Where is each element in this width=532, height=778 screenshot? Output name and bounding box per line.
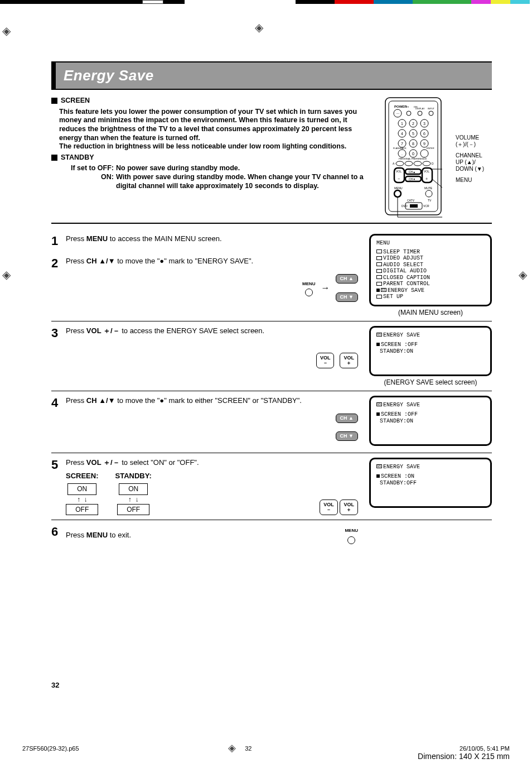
square-bullet-icon [51,98,57,104]
svg-text:MUTE: MUTE [424,186,433,190]
section-title-band: Energy Save [51,61,492,90]
svg-text:⋯: ⋯ [396,112,399,115]
footer-date: 26/10/05, 5:41 PM [418,745,510,752]
svg-text:4: 4 [401,132,403,136]
screen-heading: SCREEN [61,97,90,104]
off-state: OFF [117,504,149,516]
osd-caption: (ENERGY SAVE select screen) [369,378,492,386]
footer-dimension: Dimension: 140 X 215 mm [418,752,510,761]
registration-mark-left: ◈ [2,24,13,35]
svg-text:DISPLAY: DISPLAY [415,107,425,110]
svg-text:−: − [398,177,400,181]
registration-mark-icon: ◈ [228,742,236,754]
ch-up-button: CH ▲ [336,414,358,423]
screen-description: This feature lets you lower the power co… [59,108,375,151]
page-number: 32 [51,681,59,689]
menu-label: MENU [302,281,316,286]
updown-arrows-icon: ↑ ↓ [66,495,99,504]
remote-menu-label: MENU [456,177,484,184]
svg-text:VOL: VOL [396,170,402,173]
svg-text:0: 0 [412,152,414,156]
svg-text:9: 9 [423,142,425,146]
vol-plus-button: VOL ＋ [340,353,358,368]
step-text: to access the ENERGY SAVE select screen. [120,326,265,335]
step-text: Press [66,458,86,467]
vol-plus-button: VOL ＋ [340,500,358,515]
footer-page: 32 [245,745,252,752]
standby-off-body: No power save during standby mode. [116,164,375,173]
screen-col-label: SCREEN: [66,471,99,481]
standby-off-label: If set to OFF: [59,164,114,173]
updown-arrows-icon: ↑ ↓ [115,495,152,504]
on-state: ON [119,483,148,495]
menu-label: MENU [345,528,358,533]
osd-header: ENERGY SAVE [383,464,420,470]
registration-mark-right: ◈ [519,268,530,279]
footer: 27SF560(29-32).p65 ◈32 26/10/05, 5:41 PM… [22,745,510,761]
step-text: Press [66,234,86,243]
step-text: MENU [86,531,108,539]
step-text: VOL ＋/－ [86,326,120,335]
step-number: 5 [51,458,61,516]
step-number: 4 [51,396,61,441]
svg-text:TV: TV [406,105,409,108]
svg-text:TV: TV [428,199,432,202]
svg-text:DVD: DVD [402,204,408,208]
svg-text:8: 8 [412,142,414,146]
svg-text:CH▼: CH▼ [409,177,415,181]
arrow-icon: → [321,282,330,294]
remote-diagram: POWER ⋯ TV DIS DISPLAY INPUT 1 2 3 4 5 6 [383,95,456,218]
section-title: Energy Save [64,67,484,84]
step-number: 2 [51,256,61,302]
square-bullet-icon [51,155,57,161]
step-text: Press [66,326,86,335]
standby-heading: STANDBY [61,153,94,161]
osd-header: ENERGY SAVE [383,332,420,338]
on-state: ON [67,483,96,495]
osd-header: MENU [376,240,485,247]
standby-on-label: ON: [59,173,114,190]
osd-caption: (MAIN MENU screen) [369,309,492,316]
ch-down-button: CH ▼ [336,292,358,302]
off-state: OFF [66,504,98,516]
vol-minus-button: VOL － [320,500,338,515]
svg-text:FLASHBACK: FLASHBACK [393,147,407,150]
svg-rect-67 [410,204,418,208]
standby-col-label: STANDBY: [115,471,152,481]
svg-text:ENTER: ENTER [427,147,434,150]
step-text: Press [66,257,86,265]
step-text: CH ▲/▼ [86,396,115,405]
step-text: to move the "●" mark to either "SCREEN" … [115,396,302,405]
svg-rect-0 [385,98,441,215]
step-text: MENU [86,234,108,243]
step-text: to select "ON" or "OFF". [120,458,199,467]
step-number: 3 [51,326,61,368]
vol-minus-button: VOL － [316,353,335,368]
energy-save-osd: ESENERGY SAVE SCREEN :ON STANDBY:OFF [369,458,492,508]
step-text: VOL ＋/－ [86,458,120,467]
svg-text:7: 7 [401,142,403,146]
main-menu-osd: MENU SLEEP TIMER VIDEO ADJUST AUDIO SELE… [369,234,492,306]
standby-on-body: With power save during standby mode. Whe… [116,173,375,190]
svg-text:5: 5 [412,132,414,136]
svg-text:1: 1 [401,122,403,126]
svg-text:+: + [425,177,428,181]
printer-color-bars [0,0,532,4]
svg-text:6: 6 [423,132,425,136]
menu-button-icon [305,289,313,296]
remote-volume-label: VOLUME (＋)/(－) [456,135,484,148]
step-number: 1 [51,234,61,248]
registration-mark-center: ◈ [255,21,263,34]
registration-mark-left2: ◈ [2,268,11,281]
svg-text:POWER: POWER [394,105,407,108]
svg-text:INPUT: INPUT [428,107,435,110]
step-text: Press [66,531,86,539]
step-text: Press [66,396,86,405]
remote-channel-label: CHANNEL UP (▲)/ DOWN (▼) [456,152,484,172]
footer-file: 27SF560(29-32).p65 [22,745,79,761]
energy-save-osd: ESENERGY SAVE SCREEN :OFF STANDBY:ON [369,326,492,376]
step-text: to move the "●" mark to "ENERGY SAVE". [115,257,254,265]
page-content: Energy Save SCREEN This feature lets you… [51,61,492,550]
svg-text:CH▲: CH▲ [409,170,415,174]
menu-button-icon [347,536,355,544]
